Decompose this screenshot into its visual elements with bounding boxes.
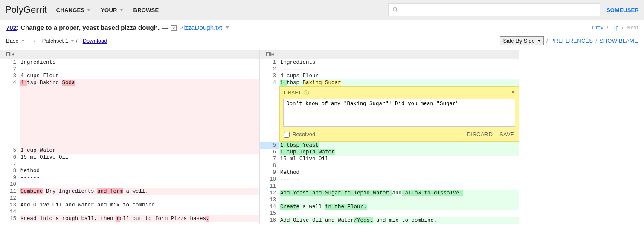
line-text: Combine Dry Ingredients and form a well. bbox=[20, 188, 259, 195]
line[interactable]: 51 cup Water bbox=[0, 147, 259, 154]
line[interactable]: 34 cups Flour bbox=[260, 73, 519, 79]
line[interactable]: 10------ bbox=[260, 176, 519, 183]
info-icon[interactable]: i bbox=[304, 90, 309, 95]
line-spacer bbox=[0, 86, 259, 93]
change-title: : Change to a proper, yeast based pizza … bbox=[17, 24, 160, 31]
file-name-link[interactable]: PizzaDough.txt bbox=[179, 24, 222, 31]
line[interactable]: 16Add Olive Oil and Water/Yeast and mix … bbox=[260, 217, 519, 224]
line-text bbox=[20, 141, 259, 147]
line[interactable]: 41 tbsp Baking Sugar bbox=[260, 79, 519, 86]
line[interactable]: 9Method bbox=[260, 169, 519, 176]
line-number: 3 bbox=[260, 73, 279, 79]
line[interactable]: 9------ bbox=[0, 174, 259, 181]
menu-browse[interactable]: BROWSE bbox=[129, 4, 163, 16]
divider: / bbox=[595, 38, 597, 44]
line[interactable]: 11Combine Dry Ingredients and form a wel… bbox=[0, 188, 259, 195]
line[interactable]: 61 cup Tepid Water bbox=[260, 149, 519, 156]
line[interactable]: 12Add Yeast and Sugar to Tepid Water and… bbox=[260, 190, 519, 197]
chevron-down-icon bbox=[21, 40, 25, 42]
line-spacer bbox=[0, 100, 259, 107]
line-text: ----------- bbox=[279, 66, 519, 73]
line[interactable]: 10 bbox=[0, 181, 259, 188]
download-link[interactable]: Download bbox=[83, 38, 107, 44]
line-text: 15 ml Olive Oil bbox=[279, 156, 519, 162]
line[interactable]: 2----------- bbox=[260, 66, 519, 73]
line[interactable]: 2----------- bbox=[0, 66, 259, 73]
line-text bbox=[20, 93, 259, 100]
draft-comment: DRAFT i ▼ Resolved DISCARD SAVE bbox=[279, 86, 519, 142]
line-number: 7 bbox=[260, 156, 279, 162]
line-text: 1 tbsp Baking Sugar bbox=[279, 79, 519, 86]
line[interactable]: 11 bbox=[260, 183, 519, 190]
nav-prev[interactable]: Prev bbox=[592, 24, 603, 31]
menu-your-label: YOUR bbox=[101, 7, 117, 13]
user-link[interactable]: SOMEUSER bbox=[606, 7, 639, 13]
app-brand[interactable]: PolyGerrit bbox=[5, 4, 47, 15]
line-text bbox=[20, 181, 259, 188]
line-text bbox=[20, 114, 259, 120]
line[interactable]: 51 tbsp Yeast bbox=[260, 142, 519, 149]
preferences-link[interactable]: PREFERENCES bbox=[551, 38, 593, 44]
save-button[interactable]: SAVE bbox=[499, 131, 514, 138]
line-text bbox=[20, 127, 259, 134]
patchset-label: Patchset 1 bbox=[42, 38, 68, 44]
line[interactable]: 7 bbox=[0, 161, 259, 167]
menu-your[interactable]: YOUR bbox=[96, 4, 127, 16]
line[interactable]: 14 bbox=[0, 209, 259, 215]
patchset-select[interactable]: Patchset 1 bbox=[42, 38, 74, 44]
line[interactable]: 8 bbox=[260, 162, 519, 169]
line-number: 2 bbox=[0, 66, 20, 73]
search-input[interactable] bbox=[401, 7, 597, 13]
line-number bbox=[0, 107, 20, 114]
chevron-down-icon[interactable] bbox=[226, 26, 229, 29]
line[interactable]: 615 ml Olive Oil bbox=[0, 154, 259, 161]
line-number: 1 bbox=[0, 59, 20, 66]
nav-up[interactable]: Up bbox=[612, 24, 619, 31]
line-text: Ingredients bbox=[20, 59, 259, 66]
resolved-toggle[interactable]: Resolved bbox=[284, 131, 315, 138]
file-nav: Prev / Up / Next bbox=[592, 24, 638, 31]
line-number: 10 bbox=[260, 176, 279, 183]
line-number bbox=[0, 141, 20, 147]
diff-gutter-right bbox=[519, 50, 644, 224]
base-select[interactable]: Base bbox=[6, 38, 25, 44]
nav-next: Next bbox=[627, 24, 638, 31]
line[interactable]: 1Ingredients bbox=[260, 59, 519, 66]
line-number: 16 bbox=[260, 217, 279, 224]
search-box[interactable] bbox=[388, 3, 600, 16]
line-number: 6 bbox=[0, 154, 20, 161]
line-text: Knead into a rough ball, then roll out t… bbox=[20, 215, 259, 222]
reviewed-checkbox[interactable]: ✓ bbox=[171, 25, 177, 31]
line[interactable]: 12 bbox=[0, 195, 259, 202]
line[interactable]: 715 ml Olive Oil bbox=[260, 156, 519, 162]
line[interactable]: 13Add Olive Oil and Water and mix to com… bbox=[0, 202, 259, 209]
line-spacer bbox=[0, 93, 259, 100]
line-spacer bbox=[0, 120, 259, 127]
change-id-link[interactable]: 702 bbox=[6, 24, 17, 31]
change-header: 702 : Change to a proper, yeast based pi… bbox=[0, 20, 644, 34]
collapse-icon[interactable]: ▼ bbox=[511, 89, 515, 96]
menu-changes[interactable]: CHANGES bbox=[52, 4, 95, 16]
line-number: 14 bbox=[0, 209, 20, 215]
line-number bbox=[0, 86, 20, 93]
line[interactable]: 15Knead into a rough ball, then roll out… bbox=[0, 215, 259, 222]
line[interactable]: 34 cups Flour bbox=[0, 73, 259, 79]
line[interactable]: 1Ingredients bbox=[0, 59, 259, 66]
svg-line-1 bbox=[396, 11, 397, 12]
draft-textarea[interactable] bbox=[283, 99, 515, 127]
line[interactable]: 13 bbox=[260, 197, 519, 203]
line[interactable]: 44 tsp Baking Soda bbox=[0, 79, 259, 86]
show-blame-link[interactable]: SHOW BLAME bbox=[600, 38, 638, 44]
diff-left: File 1Ingredients 2----------- 34 cups F… bbox=[0, 50, 259, 224]
line-text bbox=[279, 183, 519, 190]
line-text: 1 tbsp Yeast bbox=[279, 142, 519, 149]
line[interactable]: 14Create a well in the Flour. bbox=[260, 203, 519, 210]
line-text bbox=[20, 161, 259, 167]
chevron-down-icon bbox=[120, 9, 123, 11]
discard-button[interactable]: DISCARD bbox=[467, 131, 493, 138]
resolved-checkbox[interactable] bbox=[284, 132, 290, 138]
line[interactable]: 8Method bbox=[0, 167, 259, 174]
line[interactable]: 15 bbox=[260, 210, 519, 217]
view-mode-select[interactable]: Side By Side bbox=[500, 36, 543, 45]
line-number: 14 bbox=[260, 203, 279, 210]
